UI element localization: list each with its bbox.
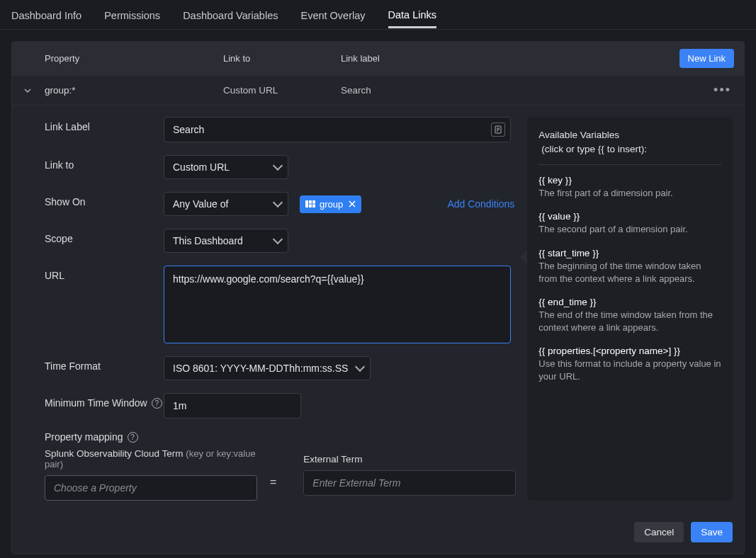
mapping-right-head: External Term <box>303 454 516 465</box>
var-item-start-time[interactable]: {{ start_time }} The beginning of the ti… <box>538 248 721 285</box>
chip-label: group <box>320 199 343 210</box>
chip-remove-icon[interactable] <box>349 200 356 207</box>
panel-body: Link Label Link to Custom URL Sh <box>12 105 744 512</box>
data-links-panel: Property Link to Link label New Link gro… <box>11 41 745 554</box>
vars-title: Available Variables (click or type {{ to… <box>538 128 721 165</box>
add-conditions-link[interactable]: Add Conditions <box>447 198 516 210</box>
panel-header-row: Property Link to Link label New Link <box>12 42 744 75</box>
property-select-input[interactable] <box>45 475 257 501</box>
url-textarea[interactable] <box>164 266 511 343</box>
summary-link-label: Search <box>341 85 711 96</box>
row-actions-menu-icon[interactable]: ••• <box>711 83 734 98</box>
tab-dashboard-info[interactable]: Dashboard Info <box>11 3 81 27</box>
link-row-summary[interactable]: group:* Custom URL Search ••• <box>12 75 744 105</box>
summary-link-to: Custom URL <box>223 85 341 96</box>
min-time-window-input[interactable] <box>164 393 301 418</box>
show-on-select[interactable]: Any Value of <box>164 192 288 216</box>
form-container: Link Label Link to Custom URL Sh <box>45 117 516 501</box>
help-icon[interactable]: ? <box>128 432 138 443</box>
tab-data-links[interactable]: Data Links <box>388 2 437 28</box>
tab-dashboard-variables[interactable]: Dashboard Variables <box>183 3 278 27</box>
available-variables-panel: Available Variables (click or type {{ to… <box>527 117 733 501</box>
property-mapping-heading: Property mapping ? <box>45 431 516 443</box>
label-show-on: Show On <box>45 192 164 207</box>
tab-permissions[interactable]: Permissions <box>104 3 160 27</box>
label-url: URL <box>45 266 164 281</box>
link-to-select[interactable]: Custom URL <box>164 155 288 179</box>
svg-rect-3 <box>309 205 312 208</box>
label-link-label: Link Label <box>45 117 164 132</box>
condition-chip-group[interactable]: group <box>300 195 361 213</box>
label-link-to: Link to <box>45 155 164 171</box>
cancel-button[interactable]: Cancel <box>634 522 684 542</box>
expand-caret-icon[interactable] <box>23 86 45 95</box>
var-item-properties[interactable]: {{ properties.[<property name>] }} Use t… <box>538 346 721 383</box>
label-min-time-window: Minimum Time Window ? <box>45 393 164 409</box>
equals-sign: = <box>270 460 276 489</box>
input-variable-picker-icon[interactable] <box>491 123 505 137</box>
save-button[interactable]: Save <box>691 522 733 542</box>
link-label-input[interactable] <box>164 117 511 142</box>
tab-event-overlay[interactable]: Event Overlay <box>300 3 365 27</box>
property-mapping-row: Splunk Observability Cloud Term (key or … <box>45 448 516 501</box>
label-scope: Scope <box>45 229 164 244</box>
new-link-button[interactable]: New Link <box>679 49 734 68</box>
scope-select[interactable]: This Dashboard <box>164 229 288 253</box>
var-item-end-time[interactable]: {{ end_time }} The end of the time windo… <box>538 297 721 334</box>
tabs-bar: Dashboard Info Permissions Dashboard Var… <box>0 0 756 30</box>
actions-bar: Cancel Save <box>12 512 744 554</box>
label-time-format: Time Format <box>45 356 164 372</box>
var-item-value[interactable]: {{ value }} The second part of a dimensi… <box>538 211 721 236</box>
chip-dimension-icon <box>305 200 315 207</box>
help-icon[interactable]: ? <box>152 398 162 409</box>
time-format-select[interactable]: ISO 8601: YYYY-MM-DDThh:mm:ss.SSSZ <box>164 356 371 380</box>
svg-rect-2 <box>309 200 312 204</box>
header-link-to: Link to <box>223 53 341 64</box>
svg-rect-5 <box>312 205 315 208</box>
header-link-label: Link label <box>341 53 679 64</box>
mapping-left-head: Splunk Observability Cloud Term (key or … <box>45 448 257 469</box>
var-item-key[interactable]: {{ key }} The first part of a dimension … <box>538 175 721 200</box>
external-term-input[interactable] <box>303 470 516 496</box>
header-property: Property <box>45 53 223 64</box>
svg-rect-4 <box>312 200 315 204</box>
svg-rect-1 <box>305 200 308 207</box>
summary-property: group:* <box>45 85 223 96</box>
